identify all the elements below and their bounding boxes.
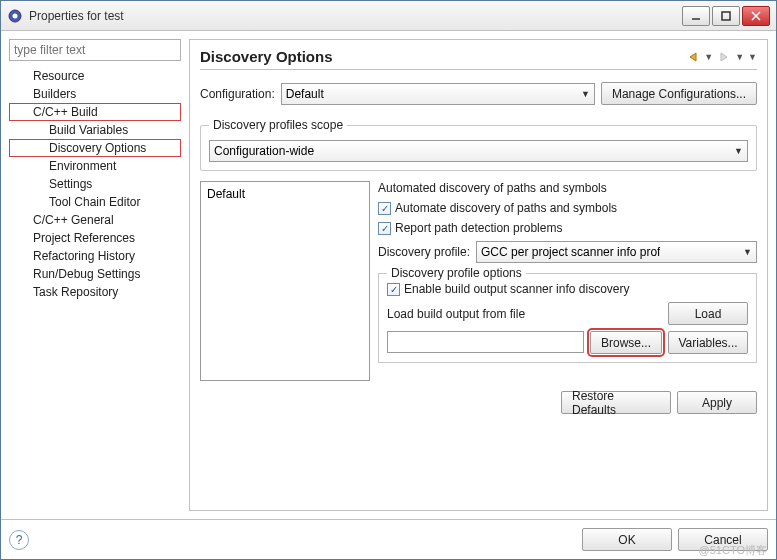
restore-defaults-button[interactable]: Restore Defaults bbox=[561, 391, 671, 414]
enable-checkbox-row: ✓ Enable build output scanner info disco… bbox=[387, 282, 748, 296]
chevron-down-icon: ▼ bbox=[581, 89, 590, 99]
tree-item-refactoring-history[interactable]: Refactoring History bbox=[9, 247, 181, 265]
scope-group: Discovery profiles scope Configuration-w… bbox=[200, 125, 757, 171]
tree-item-run-debug[interactable]: Run/Debug Settings bbox=[9, 265, 181, 283]
configuration-select[interactable]: Default ▼ bbox=[281, 83, 595, 105]
configuration-label: Configuration: bbox=[200, 87, 275, 101]
file-input-row: Browse... Variables... bbox=[387, 331, 748, 354]
maximize-button[interactable] bbox=[712, 6, 740, 26]
scope-value: Configuration-wide bbox=[214, 144, 314, 158]
profile-options-title: Discovery profile options bbox=[387, 266, 526, 280]
tree-item-project-refs[interactable]: Project References bbox=[9, 229, 181, 247]
tree-item-cpp-build[interactable]: C/C++ Build bbox=[9, 103, 181, 121]
app-icon bbox=[7, 8, 23, 24]
dialog-footer: ? OK Cancel bbox=[1, 519, 776, 559]
apply-button[interactable]: Apply bbox=[677, 391, 757, 414]
report-label: Report path detection problems bbox=[395, 221, 562, 235]
tree-item-toolchain[interactable]: Tool Chain Editor bbox=[9, 193, 181, 211]
page-title: Discovery Options bbox=[200, 48, 686, 65]
options-column: Automated discovery of paths and symbols… bbox=[378, 181, 757, 381]
scope-group-title: Discovery profiles scope bbox=[209, 118, 347, 132]
titlebar: Properties for test bbox=[1, 1, 776, 31]
enable-label: Enable build output scanner info discove… bbox=[404, 282, 629, 296]
tree-item-resource[interactable]: Resource bbox=[9, 67, 181, 85]
manage-configurations-button[interactable]: Manage Configurations... bbox=[601, 82, 757, 105]
report-checkbox[interactable]: ✓ bbox=[378, 222, 391, 235]
left-column: Resource Builders C/C++ Build Build Vari… bbox=[9, 39, 181, 511]
enable-checkbox[interactable]: ✓ bbox=[387, 283, 400, 296]
config-listbox[interactable]: Default bbox=[200, 181, 370, 381]
profile-select[interactable]: GCC per project scanner info prof ▼ bbox=[476, 241, 757, 263]
nav-arrows: ▼ ▼ ▼ bbox=[686, 50, 757, 64]
menu-dropdown-icon[interactable]: ▼ bbox=[748, 52, 757, 62]
chevron-down-icon: ▼ bbox=[743, 247, 752, 257]
close-button[interactable] bbox=[742, 6, 770, 26]
list-item[interactable]: Default bbox=[205, 186, 365, 202]
load-row: Load build output from file Load bbox=[387, 302, 748, 325]
automate-checkbox-row: ✓ Automate discovery of paths and symbol… bbox=[378, 201, 757, 215]
automate-checkbox[interactable]: ✓ bbox=[378, 202, 391, 215]
profile-label: Discovery profile: bbox=[378, 245, 470, 259]
category-tree[interactable]: Resource Builders C/C++ Build Build Vari… bbox=[9, 67, 181, 511]
help-icon[interactable]: ? bbox=[9, 530, 29, 550]
scope-select[interactable]: Configuration-wide ▼ bbox=[209, 140, 748, 162]
auto-discovery-title: Automated discovery of paths and symbols bbox=[378, 181, 757, 195]
right-panel: Discovery Options ▼ ▼ ▼ Configuration: D… bbox=[189, 39, 768, 511]
window-buttons bbox=[682, 6, 770, 26]
filter-input[interactable] bbox=[9, 39, 181, 61]
tree-item-task-repo[interactable]: Task Repository bbox=[9, 283, 181, 301]
profile-value: GCC per project scanner info prof bbox=[481, 245, 660, 259]
ok-button[interactable]: OK bbox=[582, 528, 672, 551]
minimize-button[interactable] bbox=[682, 6, 710, 26]
chevron-down-icon: ▼ bbox=[734, 146, 743, 156]
watermark: @51CTO博客 bbox=[699, 543, 767, 558]
tree-item-settings[interactable]: Settings bbox=[9, 175, 181, 193]
svg-point-1 bbox=[13, 13, 18, 18]
variables-button[interactable]: Variables... bbox=[668, 331, 748, 354]
forward-dropdown-icon[interactable]: ▼ bbox=[735, 52, 744, 62]
back-dropdown-icon[interactable]: ▼ bbox=[704, 52, 713, 62]
restore-apply-row: Restore Defaults Apply bbox=[200, 391, 757, 414]
dialog-body: Resource Builders C/C++ Build Build Vari… bbox=[1, 31, 776, 519]
automate-label: Automate discovery of paths and symbols bbox=[395, 201, 617, 215]
configuration-value: Default bbox=[286, 87, 324, 101]
file-path-input[interactable] bbox=[387, 331, 584, 353]
tree-item-discovery-options[interactable]: Discovery Options bbox=[9, 139, 181, 157]
tree-item-cpp-general[interactable]: C/C++ General bbox=[9, 211, 181, 229]
window-title: Properties for test bbox=[29, 9, 682, 23]
discovery-split: Default Automated discovery of paths and… bbox=[200, 181, 757, 381]
forward-icon[interactable] bbox=[717, 50, 731, 64]
profile-row: Discovery profile: GCC per project scann… bbox=[378, 241, 757, 263]
properties-dialog: Properties for test Resource Builders C/… bbox=[0, 0, 777, 560]
tree-item-build-variables[interactable]: Build Variables bbox=[9, 121, 181, 139]
back-icon[interactable] bbox=[686, 50, 700, 64]
tree-item-environment[interactable]: Environment bbox=[9, 157, 181, 175]
report-checkbox-row: ✓ Report path detection problems bbox=[378, 221, 757, 235]
svg-rect-3 bbox=[722, 12, 730, 20]
tree-item-builders[interactable]: Builders bbox=[9, 85, 181, 103]
profile-options-group: Discovery profile options ✓ Enable build… bbox=[378, 273, 757, 363]
load-label: Load build output from file bbox=[387, 307, 660, 321]
configuration-row: Configuration: Default ▼ Manage Configur… bbox=[200, 82, 757, 105]
page-header: Discovery Options ▼ ▼ ▼ bbox=[200, 48, 757, 70]
browse-button[interactable]: Browse... bbox=[590, 331, 662, 354]
load-button[interactable]: Load bbox=[668, 302, 748, 325]
